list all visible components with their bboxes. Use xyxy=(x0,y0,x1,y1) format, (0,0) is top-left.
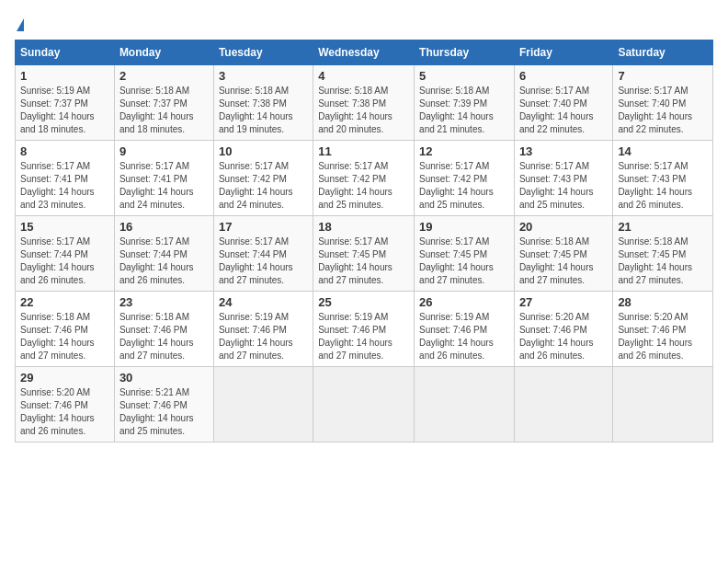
day-number: 17 xyxy=(219,220,308,234)
day-number: 8 xyxy=(20,144,109,158)
day-info: Sunrise: 5:17 AM Sunset: 7:44 PM Dayligh… xyxy=(219,236,308,287)
day-info: Sunrise: 5:17 AM Sunset: 7:44 PM Dayligh… xyxy=(119,236,209,287)
calendar-day-cell: 1 Sunrise: 5:19 AM Sunset: 7:37 PM Dayli… xyxy=(16,65,115,141)
day-info: Sunrise: 5:17 AM Sunset: 7:44 PM Dayligh… xyxy=(20,236,109,287)
day-info: Sunrise: 5:19 AM Sunset: 7:37 PM Dayligh… xyxy=(20,85,109,136)
calendar-day-cell: 19 Sunrise: 5:17 AM Sunset: 7:45 PM Dayl… xyxy=(415,216,515,292)
day-number: 2 xyxy=(119,69,209,83)
calendar-table: SundayMondayTuesdayWednesdayThursdayFrid… xyxy=(15,40,713,442)
day-number: 16 xyxy=(119,220,209,234)
calendar-day-cell: 13 Sunrise: 5:17 AM Sunset: 7:43 PM Dayl… xyxy=(514,141,612,216)
calendar-day-cell: 24 Sunrise: 5:19 AM Sunset: 7:46 PM Dayl… xyxy=(213,292,313,367)
logo-triangle-icon xyxy=(17,18,24,31)
calendar-day-cell: 10 Sunrise: 5:17 AM Sunset: 7:42 PM Dayl… xyxy=(213,141,313,216)
day-info: Sunrise: 5:17 AM Sunset: 7:45 PM Dayligh… xyxy=(419,236,509,287)
calendar-day-cell: 9 Sunrise: 5:17 AM Sunset: 7:41 PM Dayli… xyxy=(114,141,213,216)
calendar-day-cell: 3 Sunrise: 5:18 AM Sunset: 7:38 PM Dayli… xyxy=(213,65,313,141)
day-info: Sunrise: 5:18 AM Sunset: 7:46 PM Dayligh… xyxy=(20,311,109,362)
day-info: Sunrise: 5:17 AM Sunset: 7:43 PM Dayligh… xyxy=(618,160,708,212)
day-info: Sunrise: 5:18 AM Sunset: 7:45 PM Dayligh… xyxy=(519,236,608,287)
day-info: Sunrise: 5:21 AM Sunset: 7:46 PM Dayligh… xyxy=(119,386,209,438)
day-number: 20 xyxy=(519,220,608,234)
day-info: Sunrise: 5:17 AM Sunset: 7:43 PM Dayligh… xyxy=(519,160,608,212)
calendar-week-row: 8 Sunrise: 5:17 AM Sunset: 7:41 PM Dayli… xyxy=(16,141,713,216)
day-info: Sunrise: 5:17 AM Sunset: 7:40 PM Dayligh… xyxy=(618,85,708,136)
day-number: 28 xyxy=(618,295,708,309)
calendar-day-cell: 23 Sunrise: 5:18 AM Sunset: 7:46 PM Dayl… xyxy=(114,292,213,367)
calendar-day-cell: 6 Sunrise: 5:17 AM Sunset: 7:40 PM Dayli… xyxy=(514,65,612,141)
calendar-week-row: 29 Sunrise: 5:20 AM Sunset: 7:46 PM Dayl… xyxy=(16,367,713,442)
calendar-day-cell: 21 Sunrise: 5:18 AM Sunset: 7:45 PM Dayl… xyxy=(613,216,713,292)
calendar-day-cell: 27 Sunrise: 5:20 AM Sunset: 7:46 PM Dayl… xyxy=(514,292,612,367)
day-number: 14 xyxy=(618,144,708,158)
day-info: Sunrise: 5:17 AM Sunset: 7:42 PM Dayligh… xyxy=(219,160,308,212)
day-info: Sunrise: 5:18 AM Sunset: 7:39 PM Dayligh… xyxy=(419,85,509,136)
day-info: Sunrise: 5:18 AM Sunset: 7:45 PM Dayligh… xyxy=(618,236,708,287)
day-number: 29 xyxy=(20,371,109,385)
empty-cell xyxy=(415,367,515,442)
day-info: Sunrise: 5:19 AM Sunset: 7:46 PM Dayligh… xyxy=(318,311,409,362)
day-number: 25 xyxy=(318,295,409,309)
calendar-day-cell: 11 Sunrise: 5:17 AM Sunset: 7:42 PM Dayl… xyxy=(313,141,415,216)
day-info: Sunrise: 5:20 AM Sunset: 7:46 PM Dayligh… xyxy=(618,311,708,362)
day-number: 3 xyxy=(219,69,308,83)
calendar-day-cell: 25 Sunrise: 5:19 AM Sunset: 7:46 PM Dayl… xyxy=(313,292,415,367)
day-number: 23 xyxy=(119,295,209,309)
logo xyxy=(15,15,24,32)
weekday-header-thursday: Thursday xyxy=(415,40,515,65)
calendar-day-cell: 17 Sunrise: 5:17 AM Sunset: 7:44 PM Dayl… xyxy=(213,216,313,292)
day-number: 11 xyxy=(318,144,409,158)
day-info: Sunrise: 5:19 AM Sunset: 7:46 PM Dayligh… xyxy=(419,311,509,362)
calendar-day-cell: 30 Sunrise: 5:21 AM Sunset: 7:46 PM Dayl… xyxy=(114,367,213,442)
day-info: Sunrise: 5:18 AM Sunset: 7:38 PM Dayligh… xyxy=(318,85,409,136)
calendar-day-cell: 22 Sunrise: 5:18 AM Sunset: 7:46 PM Dayl… xyxy=(16,292,115,367)
page-header xyxy=(15,15,713,32)
day-info: Sunrise: 5:17 AM Sunset: 7:41 PM Dayligh… xyxy=(20,160,109,212)
day-number: 7 xyxy=(618,69,708,83)
day-info: Sunrise: 5:20 AM Sunset: 7:46 PM Dayligh… xyxy=(20,386,109,438)
day-number: 27 xyxy=(519,295,608,309)
day-number: 26 xyxy=(419,295,509,309)
day-info: Sunrise: 5:18 AM Sunset: 7:38 PM Dayligh… xyxy=(219,85,308,136)
day-info: Sunrise: 5:17 AM Sunset: 7:45 PM Dayligh… xyxy=(318,236,409,287)
empty-cell xyxy=(313,367,415,442)
day-number: 19 xyxy=(419,220,509,234)
day-number: 21 xyxy=(618,220,708,234)
day-number: 30 xyxy=(119,371,209,385)
day-info: Sunrise: 5:17 AM Sunset: 7:42 PM Dayligh… xyxy=(318,160,409,212)
weekday-header-sunday: Sunday xyxy=(16,40,115,65)
calendar-day-cell: 29 Sunrise: 5:20 AM Sunset: 7:46 PM Dayl… xyxy=(16,367,115,442)
calendar-day-cell: 4 Sunrise: 5:18 AM Sunset: 7:38 PM Dayli… xyxy=(313,65,415,141)
calendar-week-row: 1 Sunrise: 5:19 AM Sunset: 7:37 PM Dayli… xyxy=(16,65,713,141)
calendar-day-cell: 7 Sunrise: 5:17 AM Sunset: 7:40 PM Dayli… xyxy=(613,65,713,141)
day-number: 5 xyxy=(419,69,509,83)
calendar-day-cell: 12 Sunrise: 5:17 AM Sunset: 7:42 PM Dayl… xyxy=(415,141,515,216)
day-info: Sunrise: 5:17 AM Sunset: 7:40 PM Dayligh… xyxy=(519,85,608,136)
day-number: 1 xyxy=(20,69,109,83)
empty-cell xyxy=(613,367,713,442)
day-info: Sunrise: 5:18 AM Sunset: 7:37 PM Dayligh… xyxy=(119,85,209,136)
calendar-day-cell: 14 Sunrise: 5:17 AM Sunset: 7:43 PM Dayl… xyxy=(613,141,713,216)
calendar-day-cell: 2 Sunrise: 5:18 AM Sunset: 7:37 PM Dayli… xyxy=(114,65,213,141)
weekday-header-friday: Friday xyxy=(514,40,612,65)
calendar-day-cell: 5 Sunrise: 5:18 AM Sunset: 7:39 PM Dayli… xyxy=(415,65,515,141)
day-number: 15 xyxy=(20,220,109,234)
day-number: 9 xyxy=(119,144,209,158)
day-number: 13 xyxy=(519,144,608,158)
day-info: Sunrise: 5:18 AM Sunset: 7:46 PM Dayligh… xyxy=(119,311,209,362)
calendar-day-cell: 16 Sunrise: 5:17 AM Sunset: 7:44 PM Dayl… xyxy=(114,216,213,292)
day-number: 4 xyxy=(318,69,409,83)
day-number: 12 xyxy=(419,144,509,158)
weekday-header-wednesday: Wednesday xyxy=(313,40,415,65)
weekday-header-saturday: Saturday xyxy=(613,40,713,65)
calendar-day-cell: 26 Sunrise: 5:19 AM Sunset: 7:46 PM Dayl… xyxy=(415,292,515,367)
day-number: 22 xyxy=(20,295,109,309)
weekday-header-row: SundayMondayTuesdayWednesdayThursdayFrid… xyxy=(16,40,713,65)
calendar-day-cell: 20 Sunrise: 5:18 AM Sunset: 7:45 PM Dayl… xyxy=(514,216,612,292)
day-number: 10 xyxy=(219,144,308,158)
day-number: 6 xyxy=(519,69,608,83)
day-info: Sunrise: 5:19 AM Sunset: 7:46 PM Dayligh… xyxy=(219,311,308,362)
day-number: 18 xyxy=(318,220,409,234)
weekday-header-monday: Monday xyxy=(114,40,213,65)
calendar-week-row: 22 Sunrise: 5:18 AM Sunset: 7:46 PM Dayl… xyxy=(16,292,713,367)
